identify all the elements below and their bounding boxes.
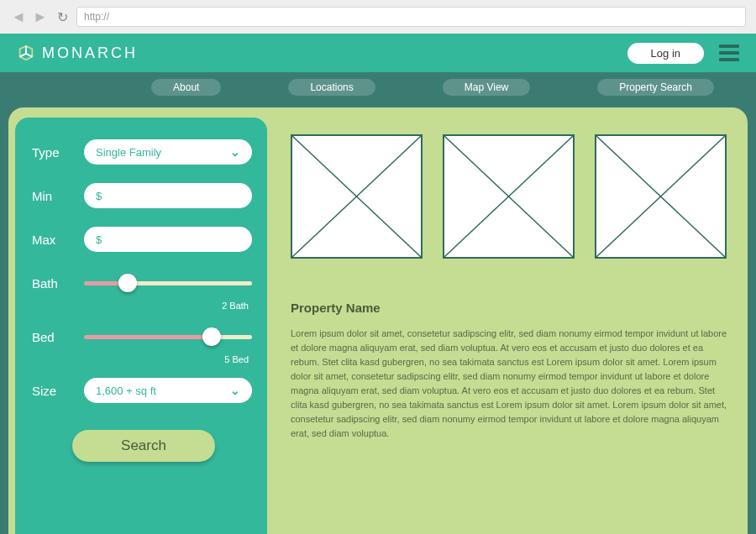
search-button[interactable]: Search	[72, 430, 215, 462]
address-text: http://	[84, 11, 109, 23]
image-placeholder[interactable]	[595, 134, 727, 259]
brand-text: MONARCH	[42, 44, 138, 62]
canvas: Type Single Family ⌄ Min $ Max $ Bath	[8, 107, 748, 534]
bath-slider[interactable]	[84, 270, 252, 296]
min-input[interactable]: $	[84, 183, 252, 208]
max-label: Max	[32, 233, 84, 247]
max-input[interactable]: $	[84, 227, 252, 252]
logo-icon	[17, 44, 35, 62]
nav-property-search[interactable]: Property Search	[597, 79, 714, 96]
min-label: Min	[32, 189, 84, 203]
size-select[interactable]: 1,600 + sq ft ⌄	[84, 378, 252, 403]
bed-label: Bed	[32, 330, 84, 344]
main-nav: About Locations Map View Property Search	[0, 72, 756, 102]
login-button[interactable]: Log in	[627, 43, 704, 64]
nav-map-view[interactable]: Map View	[443, 79, 530, 96]
refresh-icon[interactable]: ↻	[57, 9, 68, 25]
bed-caption: 5 Bed	[84, 354, 252, 364]
content-area: Property Name Lorem ipsum dolor sit amet…	[267, 107, 748, 534]
min-symbol: $	[96, 190, 102, 202]
site-header: MONARCH Log in	[0, 34, 756, 72]
type-select[interactable]: Single Family ⌄	[84, 139, 252, 165]
type-value: Single Family	[96, 146, 161, 159]
bath-label: Bath	[32, 276, 84, 291]
chevron-down-icon: ⌄	[230, 384, 240, 397]
max-symbol: $	[96, 233, 102, 246]
image-placeholder[interactable]	[443, 134, 575, 259]
stage: Type Single Family ⌄ Min $ Max $ Bath	[0, 102, 756, 534]
image-placeholder[interactable]	[291, 134, 423, 259]
bath-caption: 2 Bath	[84, 301, 252, 311]
type-label: Type	[32, 145, 84, 160]
size-label: Size	[32, 384, 84, 398]
chevron-down-icon: ⌄	[230, 145, 240, 159]
property-description: Lorem ipsum dolor sit amet, consetetur s…	[291, 327, 729, 441]
browser-chrome: ◄ ► ↻ http://	[0, 0, 756, 34]
size-value: 1,600 + sq ft	[96, 385, 156, 397]
property-title: Property Name	[291, 301, 729, 315]
nav-about[interactable]: About	[151, 79, 221, 96]
hamburger-icon[interactable]	[719, 44, 739, 61]
back-icon[interactable]: ◄	[10, 8, 27, 26]
address-bar[interactable]: http://	[76, 7, 746, 27]
thumbnail-row	[291, 134, 729, 259]
filter-sidebar: Type Single Family ⌄ Min $ Max $ Bath	[15, 118, 267, 534]
forward-icon[interactable]: ►	[32, 8, 49, 26]
nav-locations[interactable]: Locations	[288, 79, 375, 96]
bed-slider[interactable]	[84, 324, 252, 349]
logo[interactable]: MONARCH	[17, 44, 138, 62]
